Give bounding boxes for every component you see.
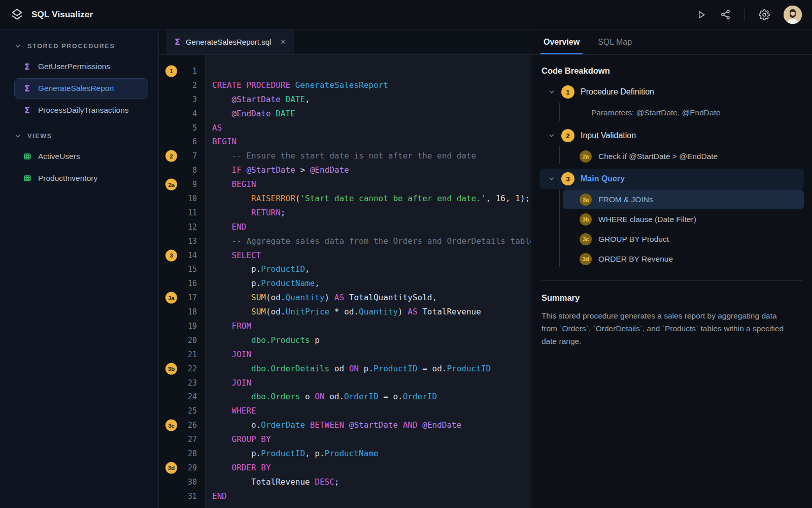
code-line[interactable]: END xyxy=(212,220,531,234)
top-bar: SQL Visualizer xyxy=(0,0,812,29)
line-number: 12 xyxy=(188,223,197,232)
tree-node-3a[interactable]: 3aFROM & JOINs xyxy=(563,189,804,209)
line-number: 6 xyxy=(192,137,197,146)
editor-body: 11234562782a91011121331415163a1718192021… xyxy=(159,55,531,508)
line-number: 20 xyxy=(188,336,197,345)
line-number: 22 xyxy=(188,364,197,373)
code-line[interactable]: p.ProductID, xyxy=(212,262,531,276)
tree-node-2[interactable]: 2Input Validation xyxy=(539,125,804,146)
chevron-down-icon[interactable] xyxy=(548,132,555,139)
step-badge-3b[interactable]: 3b xyxy=(165,363,177,374)
code-line[interactable]: SUM(od.UnitPrice * od.Quantity) AS Total… xyxy=(212,305,531,319)
sidebar-item-processdailytransactions[interactable]: ΣProcessDailyTransactions xyxy=(14,100,148,120)
code-line[interactable]: GROUP BY xyxy=(212,432,531,447)
tab-overview[interactable]: Overview xyxy=(544,29,580,54)
badge-2: 2 xyxy=(561,129,574,142)
line-number: 27 xyxy=(188,435,197,444)
overview-panel: OverviewSQL Map Code Breakdown 1Procedur… xyxy=(531,29,812,508)
code-line[interactable]: RETURN; xyxy=(212,206,531,220)
breakdown-tree: 1Procedure DefinitionParameters: @StartD… xyxy=(539,82,804,271)
editor-tab-generatesalesreport[interactable]: Σ GenerateSalesReport.sql ✕ xyxy=(166,29,294,54)
sidebar-item-activeusers[interactable]: ActiveUsers xyxy=(14,146,148,167)
line-number: 4 xyxy=(192,109,197,118)
step-badge-3a[interactable]: 3a xyxy=(165,292,177,304)
section-header-views[interactable]: VIEWS xyxy=(0,129,158,145)
gutter-row: 3a17 xyxy=(159,291,205,305)
code-line[interactable]: o.OrderDate BETWEEN @StartDate AND @EndD… xyxy=(212,418,531,432)
step-badge-3c[interactable]: 3c xyxy=(165,420,177,431)
share-button[interactable] xyxy=(720,9,731,20)
code-line[interactable]: @StartDate DATE, xyxy=(212,92,531,107)
settings-button[interactable] xyxy=(759,9,770,20)
tab-sql-map[interactable]: SQL Map xyxy=(598,29,632,54)
code-line[interactable]: -- Aggregate sales data from the Orders … xyxy=(212,234,531,248)
code-line[interactable]: JOIN xyxy=(212,347,531,362)
run-button[interactable] xyxy=(696,10,706,20)
sidebar-item-generatesalesreport[interactable]: ΣGenerateSalesReport xyxy=(14,78,148,99)
line-number: 26 xyxy=(188,421,197,430)
code-line[interactable]: FROM xyxy=(212,319,531,333)
code-line[interactable]: WHERE xyxy=(212,404,531,418)
code-line[interactable]: TotalRevenue DESC; xyxy=(212,475,531,489)
badge-3b: 3b xyxy=(580,213,592,226)
close-tab-button[interactable]: ✕ xyxy=(280,38,286,46)
code-line[interactable]: @EndDate DATE xyxy=(212,107,531,121)
gutter-row: 10 xyxy=(159,192,205,206)
code-line[interactable]: BEGIN xyxy=(212,177,531,192)
gutter-row: 2a9 xyxy=(159,177,205,192)
line-number: 23 xyxy=(188,378,197,388)
badge-3a: 3a xyxy=(580,194,592,206)
code-line[interactable]: RAISERROR('Start date cannot be after en… xyxy=(212,192,531,206)
code-line[interactable]: dbo.Orders o ON od.OrderID = o.OrderID xyxy=(212,390,531,404)
line-number: 30 xyxy=(188,478,197,487)
code-line[interactable]: JOIN xyxy=(212,376,531,390)
step-badge-1[interactable]: 1 xyxy=(165,65,177,77)
code-line[interactable]: dbo.OrderDetails od ON p.ProductID = od.… xyxy=(212,362,531,376)
code-line[interactable]: SELECT xyxy=(212,248,531,263)
code-line[interactable] xyxy=(212,64,531,78)
code-line[interactable]: END xyxy=(212,489,531,503)
chevron-down-icon[interactable] xyxy=(548,175,555,182)
code-line[interactable]: IF @StartDate > @EndDate xyxy=(212,163,531,177)
share-icon xyxy=(720,9,731,20)
sidebar-item-label: GenerateSalesReport xyxy=(38,84,114,93)
tree-node-label: WHERE clause (Date Filter) xyxy=(598,215,696,224)
chevron-down-icon xyxy=(14,43,21,50)
step-badge-2a[interactable]: 2a xyxy=(165,179,177,190)
tree-node-2a[interactable]: 2aCheck if @StartDate > @EndDate xyxy=(539,146,804,166)
chevron-down-icon[interactable] xyxy=(548,88,555,96)
tree-node-label: GROUP BY Product xyxy=(598,235,669,244)
avatar xyxy=(784,6,802,24)
code-line[interactable]: ORDER BY xyxy=(212,461,531,475)
code-breakdown-title: Code Breakdown xyxy=(539,66,804,76)
tree-node-3d[interactable]: 3dORDER BY Revenue xyxy=(539,249,804,269)
tree-note-label: Parameters: @StartDate, @EndDate xyxy=(591,108,721,117)
tree-node-1[interactable]: 1Procedure Definition xyxy=(539,82,804,102)
code-line[interactable]: -- Ensure the start date is not after th… xyxy=(212,149,531,163)
step-badge-3[interactable]: 3 xyxy=(165,249,177,261)
tree-node-3[interactable]: 3Main Query xyxy=(539,169,804,189)
gutter-row: 23 xyxy=(159,376,205,390)
code-line[interactable]: SUM(od.Quantity) AS TotalQuantitySold, xyxy=(212,291,531,305)
code-line[interactable]: p.ProductName, xyxy=(212,276,531,291)
sidebar-item-productinventory[interactable]: ProductInventory xyxy=(14,168,148,188)
tree-node-3b[interactable]: 3bWHERE clause (Date Filter) xyxy=(539,209,804,229)
sidebar-item-getuserpermissions[interactable]: ΣGetUserPermissions xyxy=(14,56,148,77)
gutter-row: 20 xyxy=(159,333,205,347)
step-badge-2[interactable]: 2 xyxy=(165,150,177,162)
code-line[interactable]: CREATE PROCEDURE GenerateSalesReport xyxy=(212,78,531,92)
tree-children: 2aCheck if @StartDate > @EndDate xyxy=(539,146,804,169)
step-badge-3d[interactable]: 3d xyxy=(165,462,177,473)
section-header-stored-procedures[interactable]: STORED PROCEDURES xyxy=(0,39,158,55)
gutter-row: 314 xyxy=(159,248,205,263)
code-lines[interactable]: CREATE PROCEDURE GenerateSalesReport @St… xyxy=(206,55,531,508)
user-avatar[interactable] xyxy=(784,6,802,24)
code-line[interactable]: p.ProductID, p.ProductName xyxy=(212,447,531,461)
tree-node-3c[interactable]: 3cGROUP BY Product xyxy=(539,229,804,249)
section-items: ΣGetUserPermissionsΣGenerateSalesReportΣ… xyxy=(0,56,158,120)
code-line[interactable]: dbo.Products p xyxy=(212,333,531,347)
line-number: 13 xyxy=(188,237,197,246)
code-line[interactable]: BEGIN xyxy=(212,135,531,149)
line-number: 29 xyxy=(188,463,197,472)
code-line[interactable]: AS xyxy=(212,121,531,135)
